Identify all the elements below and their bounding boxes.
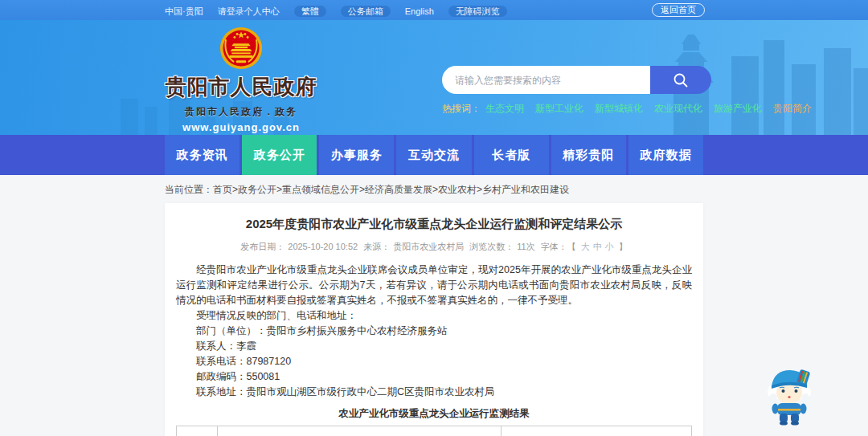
article-paragraph: 部门（单位）：贵阳市乡村振兴服务中心农村经济服务站 <box>176 324 692 339</box>
article-card: 2025年度贵阳市农业产业化市级重点龙头企业运行监测和评定结果公示 发布日期：2… <box>165 203 703 436</box>
site-brand: 贵阳市人民政府 贵阳市人民政府．政务 www.guiyang.gov.cn <box>161 26 321 133</box>
source-value: 贵阳市农业农村局 <box>393 242 464 251</box>
topbar-link[interactable]: 繁體 <box>294 6 326 17</box>
article-paragraph: 经贵阳市农业产业化市级重点龙头企业联席会议成员单位审定，现对2025年开展的农业… <box>176 263 692 308</box>
hot-search-highlight-link[interactable]: 贵阳简介 <box>773 103 812 114</box>
breadcrumb: 当前位置：首页>政务公开>重点领域信息公开>经济高质量发展>农业农村>乡村产业和… <box>165 175 703 203</box>
site-subtitle: 贵阳市人民政府．政务 <box>161 105 321 119</box>
article-paragraph: 邮政编码：550081 <box>176 369 692 385</box>
search-input[interactable] <box>442 66 650 94</box>
result-table-title: 农业产业化市级重点龙头企业运行监测结果 <box>176 407 692 421</box>
content-area: 当前位置：首页>政务公开>重点领域信息公开>经济高质量发展>农业农村>乡村产业和… <box>165 175 703 436</box>
article-paragraph: 联系地址：贵阳市观山湖区市级行政中心二期C区贵阳市农业农村局 <box>176 385 692 400</box>
font-size-option[interactable]: 小 <box>605 242 614 251</box>
font-size-option[interactable]: 中 <box>593 242 602 251</box>
result-table: 序号企业名称监测结果 1贵州合力超市采购有限公司合格2贵州友禾种业有限公司合格3… <box>176 426 692 436</box>
nav-item[interactable]: 精彩贵阳 <box>551 135 626 175</box>
views-label: 浏览次数： <box>469 242 514 251</box>
mascot-character[interactable] <box>764 363 815 426</box>
hot-search-link[interactable]: 农业现代化 <box>654 103 702 114</box>
hot-search-row: 热搜词：生态文明新型工业化新型城镇化农业现代化旅游产业化贵阳简介 <box>442 102 731 116</box>
article-paragraph: 联系电话：87987120 <box>176 354 692 369</box>
topbar-link[interactable]: 中国·贵阳 <box>165 6 203 16</box>
breadcrumb-label: 当前位置： <box>165 184 213 195</box>
article-paragraph: 受理情况反映的部门、电话和地址： <box>176 308 692 324</box>
nav-item[interactable]: 办事服务 <box>319 135 394 175</box>
hot-search-label: 热搜词： <box>442 103 481 114</box>
topbar-link[interactable]: 无障碍浏览 <box>448 6 507 17</box>
topbar-link[interactable]: English <box>405 6 434 16</box>
hot-search-link[interactable]: 旅游产业化 <box>714 103 762 114</box>
page: 中国·贵阳请登录个人中心繁體公务邮箱English无障碍浏览 返回首页 <box>0 0 868 436</box>
table-header-cell: 监测结果 <box>501 426 691 436</box>
nav-item[interactable]: 政务公开 <box>242 135 317 175</box>
font-size-label-end: 】 <box>619 242 628 251</box>
font-size-option[interactable]: 大 <box>581 242 590 251</box>
article-body: 经贵阳市农业产业化市级重点龙头企业联席会议成员单位审定，现对2025年开展的农业… <box>176 263 692 400</box>
topbar-link[interactable]: 公务邮箱 <box>341 6 391 17</box>
publish-date: 2025-10-20 10:52 <box>288 242 358 251</box>
nav-item[interactable]: 政务资讯 <box>165 135 240 175</box>
top-bar: 中国·贵阳请登录个人中心繁體公务邮箱English无障碍浏览 返回首页 <box>0 0 868 20</box>
nav-item[interactable]: 政府数据 <box>628 135 703 175</box>
table-header-cell: 企业名称 <box>218 426 502 436</box>
top-bar-links: 中国·贵阳请登录个人中心繁體公务邮箱English无障碍浏览 <box>165 3 522 18</box>
hot-search-link[interactable]: 新型工业化 <box>535 103 583 114</box>
article-paragraph: 联系人：李霞 <box>176 339 692 354</box>
views-value: 11次 <box>517 242 534 251</box>
font-size-label: 字体：【 <box>541 242 576 251</box>
nav-item[interactable]: 长者版 <box>474 135 549 175</box>
search-icon <box>672 71 690 89</box>
breadcrumb-path[interactable]: 首页>政务公开>重点领域信息公开>经济高质量发展>农业农村>乡村产业和农田建设 <box>213 184 569 195</box>
main-nav: 政务资讯政务公开办事服务互动交流长者版精彩贵阳政府数据 <box>0 135 868 175</box>
topbar-link[interactable]: 请登录个人中心 <box>218 6 280 16</box>
article-title: 2025年度贵阳市农业产业化市级重点龙头企业运行监测和评定结果公示 <box>176 216 692 232</box>
search-button[interactable] <box>650 66 711 94</box>
publish-date-label: 发布日期： <box>240 242 285 251</box>
return-home-button[interactable]: 返回首页 <box>652 3 705 17</box>
table-header-cell: 序号 <box>177 426 218 436</box>
header-banner: 贵阳市人民政府 贵阳市人民政府．政务 www.guiyang.gov.cn 热搜… <box>0 20 868 135</box>
hot-search-link[interactable]: 生态文明 <box>485 103 524 114</box>
source-label: 来源： <box>363 242 390 251</box>
hot-search-link[interactable]: 新型城镇化 <box>595 103 643 114</box>
national-emblem-icon <box>219 26 263 70</box>
article-meta: 发布日期：2025-10-20 10:52 来源：贵阳市农业农村局 浏览次数：1… <box>176 241 692 253</box>
site-url: www.guiyang.gov.cn <box>161 121 321 133</box>
nav-item[interactable]: 互动交流 <box>396 135 471 175</box>
search-area: 热搜词：生态文明新型工业化新型城镇化农业现代化旅游产业化贵阳简介 <box>442 66 731 116</box>
site-title: 贵阳市人民政府 <box>161 73 321 101</box>
